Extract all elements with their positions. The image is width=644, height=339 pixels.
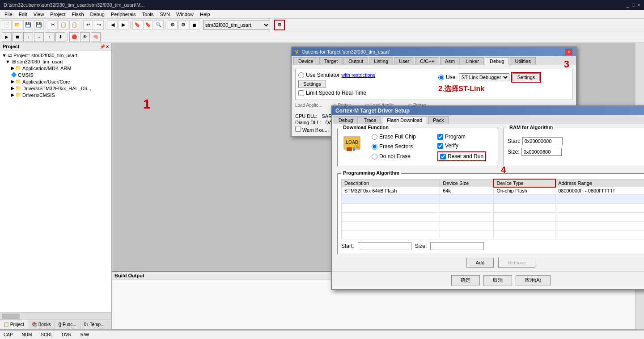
tab-output[interactable]: Output: [343, 57, 368, 65]
tree-folder-2[interactable]: ▶ 📁 Application/User/Core: [0, 78, 111, 85]
erase-sectors-radio[interactable]: [372, 144, 377, 150]
step-into-btn[interactable]: ↓: [23, 32, 33, 42]
build-btn[interactable]: ⚙: [168, 20, 178, 30]
cancel-btn[interactable]: 取消: [483, 275, 512, 285]
tree-project-root[interactable]: ▼ 🗂 Project: stm32f030_tim_usart: [0, 52, 111, 59]
rebuild-btn[interactable]: ⚙: [178, 20, 188, 30]
run-btn[interactable]: ▶: [2, 32, 12, 42]
pb-tab-func[interactable]: {} Func...: [55, 320, 80, 329]
tree-folder-4[interactable]: ▶ 📁 Drivers/CMSIS: [0, 92, 111, 98]
redo-btn[interactable]: ↪: [94, 20, 104, 30]
algo-start-input[interactable]: [358, 242, 411, 250]
options-target-btn[interactable]: ⚙: [274, 20, 285, 30]
remove-btn[interactable]: Remove: [498, 258, 535, 268]
bookmark2-btn[interactable]: 🔖: [143, 20, 153, 30]
verify-checkbox[interactable]: [437, 143, 443, 149]
program-checkbox[interactable]: [437, 134, 443, 140]
project-hscroll[interactable]: [0, 312, 111, 319]
algo-table: Description Device Size Device Type Addr…: [341, 179, 644, 239]
cortex-tab-flash-download[interactable]: Flash Download: [382, 116, 427, 124]
apply-btn[interactable]: 应用(A): [516, 275, 551, 285]
use-simulator-radio[interactable]: [298, 72, 304, 78]
find-btn[interactable]: 🔍: [154, 20, 164, 30]
tab-linker[interactable]: Linker: [461, 57, 484, 65]
tab-debug[interactable]: Debug: [485, 57, 509, 65]
step-over-btn[interactable]: →: [34, 32, 44, 42]
debugger-select[interactable]: ST-Link Debugger: [459, 73, 509, 81]
memory-btn[interactable]: 🧠: [91, 32, 101, 42]
open-btn[interactable]: 📂: [13, 20, 22, 30]
step-out-btn[interactable]: ↑: [45, 32, 55, 42]
project-panel-pin[interactable]: 📌: [100, 44, 105, 49]
stop-btn[interactable]: ⏹: [189, 20, 199, 30]
algo-row-1[interactable]: STM32F0xx 64kB Flash 64k On-chip Flash 0…: [342, 187, 644, 195]
erase-full-chip-radio[interactable]: [372, 134, 377, 140]
menu-edit[interactable]: Edit: [16, 10, 30, 19]
simulator-settings-btn[interactable]: Settings: [298, 80, 326, 88]
options-dialog-close[interactable]: ×: [565, 49, 572, 55]
cortex-tab-pack[interactable]: Pack: [428, 116, 449, 124]
menu-peripherals[interactable]: Peripherals: [108, 10, 139, 19]
tab-user[interactable]: User: [394, 57, 414, 65]
pb-tab-books[interactable]: 📚 Books: [28, 320, 55, 329]
menu-help[interactable]: Help: [197, 10, 213, 19]
tab-device[interactable]: Device: [293, 57, 318, 65]
hscroll-thumb[interactable]: [2, 314, 20, 319]
undo-btn[interactable]: ↩: [83, 20, 93, 30]
tab-listing[interactable]: Listing: [369, 57, 393, 65]
ok-btn[interactable]: 确定: [451, 275, 480, 285]
bookmark-btn[interactable]: 🔖: [132, 20, 142, 30]
pb-tab-temp[interactable]: 0↑ Temp...: [80, 320, 109, 329]
limit-speed-checkbox[interactable]: [298, 90, 304, 96]
tree-folder-1[interactable]: ▶ 📁 Application/MDK-ARM: [0, 65, 111, 71]
tree-target[interactable]: ▼ 🖥 stm32f030_tim_usart: [0, 59, 111, 65]
project-panel-close[interactable]: ×: [106, 44, 109, 49]
save-all-btn[interactable]: 💾: [34, 20, 44, 30]
copy-btn[interactable]: 📋: [59, 20, 68, 30]
menu-flash[interactable]: Flash: [69, 10, 87, 19]
reset-run-checkbox[interactable]: [440, 154, 446, 159]
ram-size-input[interactable]: [521, 148, 562, 156]
maximize-btn[interactable]: □: [632, 2, 635, 8]
menu-file[interactable]: File: [2, 10, 15, 19]
run-to-cursor-btn[interactable]: ⬇: [55, 32, 65, 42]
warn-checkbox[interactable]: [295, 126, 301, 132]
menu-svn[interactable]: SVN: [157, 10, 173, 19]
debugger-settings-btn[interactable]: Settings: [513, 73, 540, 81]
back-btn[interactable]: ◀: [108, 20, 118, 30]
pb-tab-project[interactable]: 📋 Project: [0, 320, 28, 329]
new-btn[interactable]: 📄: [2, 20, 12, 30]
watch-btn[interactable]: 👁: [80, 32, 90, 42]
save-btn[interactable]: 💾: [23, 20, 33, 30]
menu-tools[interactable]: Tools: [140, 10, 157, 19]
algo-size-input[interactable]: [430, 242, 484, 250]
menu-debug[interactable]: Debug: [88, 10, 107, 19]
add-btn[interactable]: Add: [466, 258, 494, 268]
tab-utilities[interactable]: Utilities: [510, 57, 535, 65]
cortex-tab-trace[interactable]: Trace: [359, 116, 381, 124]
menu-view[interactable]: View: [31, 10, 47, 19]
minimize-btn[interactable]: _: [627, 2, 629, 8]
ram-start-input[interactable]: [522, 137, 563, 145]
menu-project[interactable]: Project: [47, 10, 68, 19]
use-debugger-radio[interactable]: [438, 75, 444, 80]
target-select[interactable]: stm32f030_tim_usart: [203, 21, 270, 29]
tab-asm[interactable]: Asm: [440, 57, 460, 65]
tab-target[interactable]: Target: [319, 57, 343, 65]
do-not-erase-radio[interactable]: [372, 154, 377, 159]
device-type-highlight: [493, 179, 556, 188]
forward-btn[interactable]: ▶: [119, 20, 128, 30]
tab-cpp[interactable]: C/C++: [415, 57, 439, 65]
close-btn[interactable]: ×: [638, 2, 640, 8]
col-device-type: Device Type: [494, 180, 555, 187]
tree-cmsis[interactable]: 🔷 CMSIS: [0, 71, 111, 78]
with-restrictions-link[interactable]: with restrictions: [341, 72, 375, 78]
options-tab-bar: Device Target Output Listing User C/C++ …: [292, 56, 576, 65]
paste-btn[interactable]: 📋: [69, 20, 79, 30]
cortex-tab-debug[interactable]: Debug: [334, 116, 358, 124]
menu-window[interactable]: Window: [174, 10, 196, 19]
tree-folder-3[interactable]: ▶ 📁 Drivers/STM32F0xx_HAL_Dri...: [0, 85, 111, 92]
stop-debug-btn[interactable]: ⏹: [13, 32, 22, 42]
cut-btn[interactable]: ✂: [48, 20, 58, 30]
breakpoint-btn[interactable]: 🔴: [69, 32, 79, 42]
